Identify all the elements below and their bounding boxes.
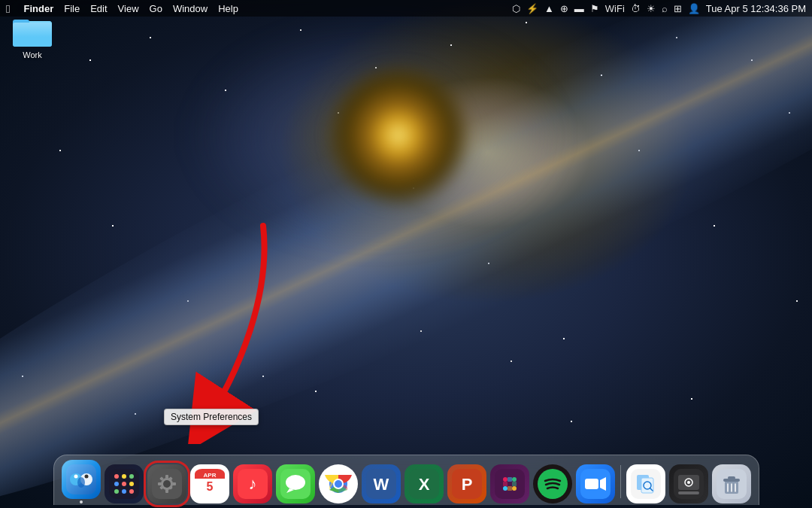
dock-separator <box>620 465 621 498</box>
preview-icon <box>626 464 665 503</box>
app-menu-finder[interactable]: Finder <box>23 3 53 14</box>
desktop:  Finder File Edit View Go Window Help ⬡… <box>0 0 812 508</box>
dropbox-icon[interactable]: ⬡ <box>512 3 520 14</box>
powerpoint-icon: P <box>447 464 486 503</box>
word-icon: W <box>362 464 401 503</box>
svg-point-15 <box>114 482 119 486</box>
dock-item-chrome[interactable] <box>319 464 358 503</box>
svg-point-9 <box>74 475 77 479</box>
svg-rect-26 <box>158 482 162 485</box>
dock-item-word[interactable]: W <box>362 464 401 503</box>
flag-icon[interactable]: ⚑ <box>590 3 599 14</box>
svg-point-73 <box>687 481 690 484</box>
finder-icon <box>62 460 101 499</box>
dock-item-powerpoint[interactable]: P <box>447 464 486 503</box>
galaxy-core <box>323 60 474 211</box>
dock-item-zoom[interactable] <box>576 464 615 503</box>
launchpad-icon <box>105 464 144 503</box>
svg-point-16 <box>122 482 126 486</box>
svg-point-14 <box>129 474 134 479</box>
apple-menu[interactable]:  <box>6 2 10 15</box>
trash-icon <box>712 464 751 503</box>
battery-icon[interactable]: ▬ <box>574 3 584 14</box>
chrome-icon <box>319 464 358 503</box>
svg-point-45 <box>335 480 342 488</box>
zoom-icon <box>576 464 615 503</box>
svg-rect-59 <box>508 477 512 482</box>
svg-rect-25 <box>165 489 168 493</box>
svg-rect-63 <box>585 479 598 489</box>
dock-item-finder[interactable] <box>62 460 101 503</box>
svg-rect-78 <box>728 476 735 479</box>
wifi-icon[interactable]: WiFi <box>605 3 625 14</box>
clock-icon[interactable]: ⏱ <box>631 3 641 14</box>
dock-item-preview[interactable] <box>626 464 665 503</box>
svg-point-54 <box>503 486 508 491</box>
desktop-folder-work[interactable]: Work <box>6 15 59 59</box>
finder-dot <box>80 500 83 503</box>
menubar-right: ⬡ ⚡ ▲ ⊕ ▬ ⚑ WiFi ⏱ ☀ ⌕ ⊞ 👤 Tue Apr 5 12:… <box>512 3 806 14</box>
svg-point-40 <box>286 475 305 490</box>
dock: APR 5 ♪ <box>53 455 759 505</box>
svg-point-10 <box>84 475 88 479</box>
menu-help[interactable]: Help <box>218 3 238 14</box>
screenshot-icon <box>669 464 708 503</box>
calendar-icon: APR 5 <box>190 464 229 503</box>
brightness-icon[interactable]: ☀ <box>647 3 656 14</box>
menu-view[interactable]: View <box>118 3 139 14</box>
dock-item-launchpad[interactable] <box>105 464 144 503</box>
svg-rect-4 <box>13 23 52 47</box>
svg-text:W: W <box>373 475 389 494</box>
dock-item-messages[interactable] <box>276 464 315 503</box>
dock-item-calendar[interactable]: APR 5 <box>190 464 229 503</box>
spotify-icon <box>533 464 572 503</box>
svg-point-20 <box>129 489 134 494</box>
svg-point-17 <box>129 482 134 486</box>
menu-file[interactable]: File <box>64 3 80 14</box>
svg-point-18 <box>114 489 119 494</box>
svg-point-55 <box>512 477 517 482</box>
menubar-left:  Finder File Edit View Go Window Help <box>6 2 238 15</box>
bluetooth-icon[interactable]: ⊕ <box>560 3 568 14</box>
svg-rect-27 <box>172 482 176 485</box>
battery-charging-icon[interactable]: ⚡ <box>526 3 538 14</box>
svg-rect-52 <box>495 469 525 499</box>
dock-item-system-preferences[interactable] <box>147 464 186 503</box>
volume-icon[interactable]: ▲ <box>544 3 554 14</box>
slack-icon <box>490 464 529 503</box>
dock-item-excel[interactable]: X <box>404 464 444 503</box>
music-icon: ♪ <box>233 464 272 503</box>
svg-rect-60 <box>508 486 512 491</box>
svg-point-12 <box>114 474 119 479</box>
dock-item-trash[interactable] <box>712 464 751 503</box>
datetime-display: Tue Apr 5 12:34:36 PM <box>706 3 806 14</box>
svg-text:APR: APR <box>203 472 216 479</box>
folder-icon <box>13 15 52 48</box>
control-center-icon[interactable]: ⊞ <box>674 3 682 14</box>
svg-text:5: 5 <box>206 480 213 493</box>
excel-icon: X <box>404 464 444 503</box>
svg-text:♪: ♪ <box>248 474 256 493</box>
menu-go[interactable]: Go <box>150 3 162 14</box>
svg-point-19 <box>122 489 126 494</box>
svg-point-56 <box>512 486 517 491</box>
system-preferences-tooltip: System Preferences <box>164 409 259 425</box>
menubar:  Finder File Edit View Go Window Help ⬡… <box>0 0 812 17</box>
svg-rect-57 <box>503 482 508 486</box>
folder-label: Work <box>23 50 41 59</box>
dock-item-screenshot[interactable] <box>669 464 708 503</box>
menu-window[interactable]: Window <box>173 3 208 14</box>
dock-item-music[interactable]: ♪ <box>233 464 272 503</box>
user-icon[interactable]: 👤 <box>688 3 700 14</box>
messages-icon <box>276 464 315 503</box>
menu-edit[interactable]: Edit <box>90 3 107 14</box>
svg-text:P: P <box>461 475 472 494</box>
svg-point-23 <box>163 480 171 488</box>
search-icon[interactable]: ⌕ <box>662 3 668 14</box>
dock-item-spotify[interactable] <box>533 464 572 503</box>
svg-rect-24 <box>165 475 168 479</box>
svg-point-8 <box>77 477 85 488</box>
dock-item-slack[interactable] <box>490 464 529 503</box>
system-preferences-icon <box>147 464 186 503</box>
svg-point-13 <box>122 474 126 479</box>
